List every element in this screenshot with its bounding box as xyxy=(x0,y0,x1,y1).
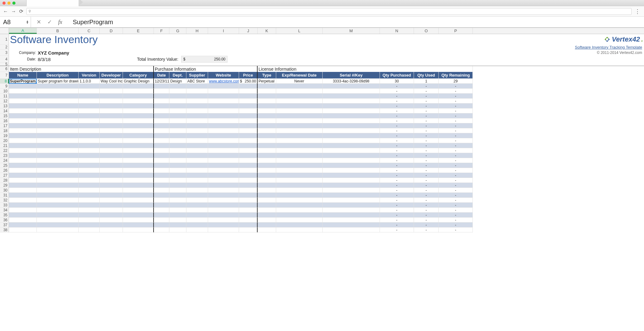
column-header[interactable]: O xyxy=(414,28,439,34)
table-cell[interactable] xyxy=(208,193,239,198)
table-cell[interactable] xyxy=(323,173,380,178)
table-cell[interactable] xyxy=(154,173,169,178)
table-cell[interactable] xyxy=(79,158,100,163)
table-cell[interactable] xyxy=(258,138,276,143)
column-header[interactable]: A xyxy=(9,28,37,34)
table-cell[interactable] xyxy=(323,138,380,143)
table-cell[interactable]: - xyxy=(414,84,439,89)
column-header[interactable]: F xyxy=(154,28,169,34)
table-cell[interactable] xyxy=(208,123,239,128)
table-cell[interactable]: - xyxy=(414,218,439,223)
table-cell[interactable] xyxy=(186,168,208,173)
table-cell[interactable] xyxy=(276,143,323,148)
table-cell[interactable] xyxy=(123,223,154,227)
table-cell[interactable] xyxy=(37,133,79,138)
row-header[interactable]: 9 xyxy=(0,84,9,89)
table-cell[interactable] xyxy=(239,158,258,163)
table-cell[interactable] xyxy=(123,198,154,203)
table-cell[interactable] xyxy=(258,133,276,138)
table-cell[interactable] xyxy=(323,193,380,198)
table-cell[interactable] xyxy=(208,104,239,108)
table-cell[interactable] xyxy=(123,173,154,178)
row-header[interactable]: 11 xyxy=(0,94,9,99)
table-cell[interactable]: - xyxy=(439,158,473,163)
browser-tab[interactable] xyxy=(26,0,79,6)
table-cell[interactable]: 1.1.0.0 xyxy=(79,79,100,84)
table-cell[interactable] xyxy=(323,153,380,158)
table-cell[interactable] xyxy=(9,223,37,227)
table-cell[interactable]: - xyxy=(380,178,414,183)
table-cell[interactable] xyxy=(154,148,169,153)
table-cell[interactable] xyxy=(123,133,154,138)
table-cell[interactable] xyxy=(100,213,123,218)
table-cell[interactable] xyxy=(258,193,276,198)
table-cell[interactable] xyxy=(123,104,154,108)
table-cell[interactable] xyxy=(9,193,37,198)
table-cell[interactable] xyxy=(186,108,208,113)
table-cell[interactable] xyxy=(276,168,323,173)
table-cell[interactable] xyxy=(37,104,79,108)
row-header[interactable]: 12 xyxy=(0,99,9,104)
table-cell[interactable]: - xyxy=(439,208,473,213)
table-cell[interactable] xyxy=(186,203,208,208)
table-cell[interactable] xyxy=(239,113,258,118)
table-cell[interactable] xyxy=(37,153,79,158)
table-cell[interactable] xyxy=(169,168,186,173)
table-cell[interactable] xyxy=(276,227,323,232)
table-cell[interactable] xyxy=(123,193,154,198)
row-header[interactable]: 23 xyxy=(0,153,9,158)
table-cell[interactable] xyxy=(123,84,154,89)
table-cell[interactable]: - xyxy=(439,203,473,208)
table-cell[interactable] xyxy=(37,223,79,227)
table-cell[interactable]: - xyxy=(439,108,473,113)
table-cell[interactable] xyxy=(239,99,258,104)
table-cell[interactable]: - xyxy=(380,223,414,227)
table-cell[interactable] xyxy=(208,223,239,227)
table-cell[interactable]: Design xyxy=(169,79,186,84)
table-cell[interactable] xyxy=(79,183,100,188)
table-cell[interactable] xyxy=(79,89,100,94)
table-cell[interactable] xyxy=(123,89,154,94)
table-cell[interactable] xyxy=(323,227,380,232)
table-cell[interactable] xyxy=(123,94,154,99)
table-cell[interactable] xyxy=(79,203,100,208)
table-cell[interactable] xyxy=(239,143,258,148)
table-cell[interactable]: Perpetual xyxy=(258,79,276,84)
template-link[interactable]: Software Inventory Tracking Template xyxy=(575,45,642,50)
column-header[interactable]: I xyxy=(208,28,239,34)
table-column-header[interactable]: Supplier xyxy=(186,72,208,79)
table-cell[interactable]: - xyxy=(414,143,439,148)
table-cell[interactable] xyxy=(208,213,239,218)
table-cell[interactable] xyxy=(208,203,239,208)
table-cell[interactable]: - xyxy=(380,148,414,153)
table-cell[interactable] xyxy=(123,143,154,148)
table-cell[interactable] xyxy=(258,188,276,193)
table-cell[interactable] xyxy=(154,118,169,123)
table-cell[interactable]: - xyxy=(380,168,414,173)
table-cell[interactable]: - xyxy=(380,118,414,123)
table-cell[interactable] xyxy=(186,118,208,123)
table-cell[interactable] xyxy=(169,104,186,108)
table-cell[interactable]: - xyxy=(414,118,439,123)
table-cell[interactable] xyxy=(100,153,123,158)
table-cell[interactable] xyxy=(79,128,100,133)
table-cell[interactable] xyxy=(239,153,258,158)
table-cell[interactable]: - xyxy=(439,84,473,89)
table-cell[interactable] xyxy=(37,168,79,173)
table-cell[interactable] xyxy=(323,84,380,89)
table-cell[interactable]: - xyxy=(439,223,473,227)
window-maximize-button[interactable] xyxy=(12,2,15,5)
table-cell[interactable] xyxy=(154,133,169,138)
table-cell[interactable]: Super program for drawing xyxy=(37,79,79,84)
table-cell[interactable]: - xyxy=(439,148,473,153)
table-cell[interactable] xyxy=(239,173,258,178)
back-button[interactable]: ← xyxy=(3,9,8,14)
table-cell[interactable] xyxy=(258,128,276,133)
table-cell[interactable] xyxy=(123,178,154,183)
table-cell[interactable] xyxy=(239,168,258,173)
table-column-header[interactable]: Name xyxy=(9,72,37,79)
table-cell[interactable] xyxy=(123,163,154,168)
table-cell[interactable] xyxy=(258,203,276,208)
table-cell[interactable] xyxy=(9,158,37,163)
select-all-corner[interactable] xyxy=(0,28,9,34)
